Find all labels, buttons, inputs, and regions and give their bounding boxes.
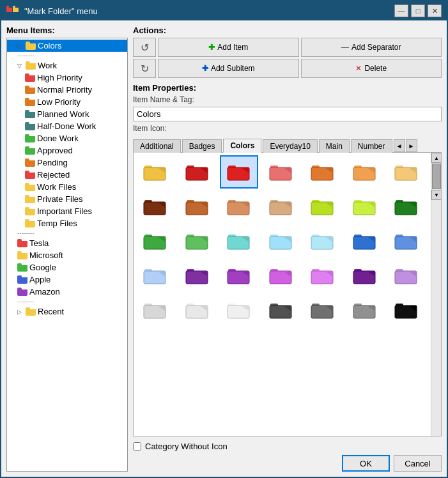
ok-button[interactable]: OK (342, 455, 390, 472)
add-item-label: Add Item (217, 43, 248, 52)
icon-cell[interactable] (136, 293, 174, 327)
tab-main[interactable]: Main (319, 139, 350, 153)
tree-label-half-done: Half-Done Work (37, 121, 96, 131)
tree-item-colors[interactable]: ▷ Colors (7, 40, 127, 52)
icon-cell[interactable] (178, 155, 217, 189)
tab-everyday10[interactable]: Everyday10 (263, 139, 317, 153)
add-item-button[interactable]: ✚ Add Item (158, 38, 299, 57)
icon-cell[interactable] (220, 224, 258, 258)
tree-label-microsoft: Microsoft (29, 251, 63, 260)
icon-cell[interactable] (346, 224, 384, 258)
minimize-button[interactable]: — (394, 4, 408, 17)
icon-cell[interactable] (220, 293, 258, 327)
icon-cell[interactable] (178, 293, 217, 327)
category-without-icon-checkbox[interactable] (133, 442, 141, 451)
back-button[interactable]: ↺ (133, 38, 156, 57)
tab-number[interactable]: Number (351, 139, 392, 153)
tree-item-work-files[interactable]: Work Files (7, 181, 127, 193)
tree-item-recent[interactable]: ▷ Recent (7, 305, 127, 318)
tree-item-apple[interactable]: Apple (7, 274, 127, 286)
folder-icon-recent (26, 307, 36, 316)
tree-item-private-files[interactable]: Private Files (7, 193, 127, 205)
icon-cell[interactable] (387, 190, 426, 223)
icons-grid (136, 155, 428, 327)
scrollbar[interactable]: ▲ ▼ (431, 153, 441, 436)
tab-prev-button[interactable]: ◄ (394, 139, 405, 152)
icon-cell[interactable] (387, 155, 426, 189)
tree-item-temp-files[interactable]: Temp Files (7, 217, 127, 229)
separator-2: -------- (7, 229, 127, 237)
maximize-button[interactable]: □ (411, 4, 425, 17)
icon-cell[interactable] (387, 224, 426, 258)
tree-item-important-files[interactable]: Important Files (7, 205, 127, 217)
icon-cell[interactable] (387, 259, 426, 292)
icon-cell[interactable] (304, 293, 342, 327)
icon-cell[interactable] (136, 224, 174, 258)
tree-item-pending[interactable]: Pending (7, 157, 127, 169)
icon-cell[interactable] (304, 190, 342, 223)
icon-cell[interactable] (346, 155, 384, 189)
icon-cell[interactable] (220, 259, 258, 292)
icon-cell[interactable] (136, 155, 174, 189)
tab-next-button[interactable]: ► (406, 139, 417, 152)
scrollbar-down-button[interactable]: ▼ (431, 190, 442, 200)
tree-label-planned-work: Planned Work (37, 109, 89, 119)
tree-item-amazon[interactable]: Amazon (7, 286, 127, 298)
cancel-button[interactable]: Cancel (394, 455, 442, 472)
tree-item-done-work[interactable]: Done Work (7, 132, 127, 144)
delete-icon: ✕ (355, 64, 362, 73)
tree-item-rejected[interactable]: Rejected (7, 169, 127, 181)
folder-icon-pending (25, 158, 35, 167)
folder-icon-colors (26, 42, 36, 50)
tree-item-low-priority[interactable]: Low Priority (7, 96, 127, 108)
tree-item-microsoft[interactable]: Microsoft (7, 249, 127, 261)
scrollbar-thumb[interactable] (432, 164, 441, 189)
tree-item-google[interactable]: Google (7, 261, 127, 274)
tree-item-normal-priority[interactable]: Normal Priority (7, 84, 127, 96)
tree-item-half-done[interactable]: Half-Done Work (7, 120, 127, 132)
category-without-icon-label: Category Without Icon (145, 442, 228, 451)
icon-cell[interactable] (262, 155, 300, 189)
forward-button[interactable]: ↻ (133, 59, 156, 78)
icon-cell[interactable] (220, 190, 258, 223)
icon-cell[interactable] (346, 190, 384, 223)
icon-cell[interactable] (136, 190, 174, 223)
icon-cell[interactable] (262, 190, 300, 223)
icon-cell[interactable] (387, 293, 426, 327)
icon-cell[interactable] (220, 155, 258, 189)
add-subitem-button[interactable]: ✚ Add Subitem (158, 59, 299, 78)
expand-arrow-recent: ▷ (17, 309, 24, 315)
tree-item-approved[interactable]: Approved (7, 144, 127, 157)
tab-colors[interactable]: Colors (223, 139, 261, 153)
tree-item-planned-work[interactable]: Planned Work (7, 108, 127, 120)
icon-cell[interactable] (262, 259, 300, 292)
scrollbar-up-button[interactable]: ▲ (431, 153, 442, 163)
icon-cell[interactable] (262, 293, 300, 327)
icon-cell[interactable] (304, 155, 342, 189)
icon-cell[interactable] (262, 224, 300, 258)
icon-cell[interactable] (178, 259, 217, 292)
icon-cell[interactable] (136, 259, 174, 292)
icon-cell[interactable] (304, 259, 342, 292)
tree-container[interactable]: ▷ Colors -------- ▽ Work High Priority (6, 38, 128, 472)
name-tag-input[interactable] (133, 107, 442, 121)
title-bar-left: "Mark Folder" menu (6, 6, 98, 16)
tree-item-work[interactable]: ▽ Work (7, 59, 127, 72)
delete-button[interactable]: ✕ Delete (301, 59, 442, 78)
tab-badges[interactable]: Badges (182, 139, 222, 153)
add-separator-button[interactable]: — Add Separator (301, 38, 442, 57)
tree-item-high-priority[interactable]: High Priority (7, 72, 127, 84)
folder-icon-low-priority (25, 98, 35, 106)
icon-cell[interactable] (346, 293, 384, 327)
tree-label-private-files: Private Files (37, 194, 83, 204)
icon-cell[interactable] (346, 259, 384, 292)
icon-cell[interactable] (178, 190, 217, 223)
icon-cell[interactable] (178, 224, 217, 258)
folder-icon-work (26, 61, 36, 70)
icons-grid-container[interactable]: ▲ ▼ (133, 153, 442, 436)
icon-cell[interactable] (304, 224, 342, 258)
tree-item-tesla[interactable]: Tesla (7, 237, 127, 249)
tab-additional[interactable]: Additional (133, 139, 181, 153)
folder-icon-google (17, 263, 27, 272)
close-button[interactable]: ✕ (428, 4, 442, 17)
